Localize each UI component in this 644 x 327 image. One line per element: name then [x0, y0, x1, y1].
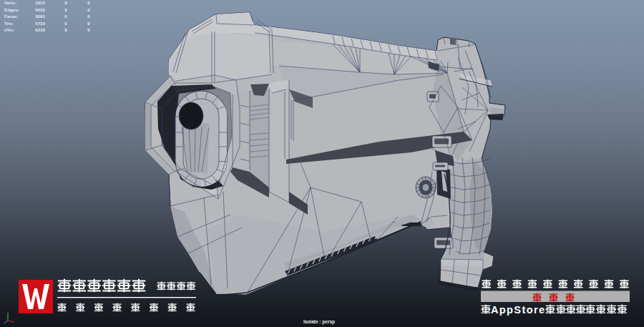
svg-text:AppStore: AppStore [491, 304, 545, 316]
svg-text:Tris:: Tris: [4, 21, 14, 26]
svg-text:0: 0 [64, 14, 67, 19]
svg-text:Isolate : persp: Isolate : persp [303, 319, 335, 325]
svg-text:Edges:: Edges: [4, 7, 19, 12]
svg-text:0: 0 [64, 0, 67, 5]
svg-text:0: 0 [64, 7, 67, 12]
svg-text:0: 0 [87, 21, 90, 26]
svg-text:5733: 5733 [35, 21, 45, 26]
svg-text:Faces:: Faces: [4, 14, 19, 19]
svg-text:Verts:: Verts: [4, 0, 16, 5]
svg-text:3091: 3091 [35, 14, 45, 19]
svg-text:0: 0 [64, 27, 67, 32]
svg-text:6010: 6010 [35, 7, 45, 12]
svg-text:6218: 6218 [35, 27, 45, 32]
svg-text:0: 0 [87, 27, 90, 32]
svg-text:0: 0 [87, 0, 90, 5]
svg-text:0: 0 [64, 21, 67, 26]
svg-text:0: 0 [87, 7, 90, 12]
svg-text:0: 0 [87, 14, 90, 19]
svg-text:2912: 2912 [35, 0, 45, 5]
svg-text:UVs:: UVs: [4, 27, 14, 32]
